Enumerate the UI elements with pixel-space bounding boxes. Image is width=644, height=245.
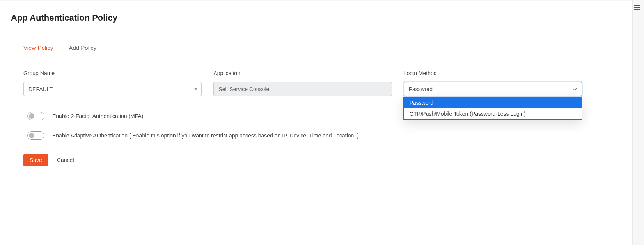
login-method-dropdown: Password OTP/Push/Mobile Token (Password… [403,97,582,120]
login-method-option-otp[interactable]: OTP/Push/Mobile Token (Password-Less Log… [404,108,582,119]
application-label: Application [213,70,392,76]
caret-down-icon [194,88,197,90]
group-name-value: DEFAULT [28,86,53,92]
login-method-label: Login Method [404,70,582,76]
group-name-select[interactable]: DEFAULT [23,82,202,96]
login-method-select[interactable]: Password [404,82,582,96]
login-method-option-password[interactable]: Password [404,97,582,108]
tabs: View Policy Add Policy [11,44,582,55]
save-button[interactable]: Save [23,154,48,166]
application-value: Self Service Console [218,86,269,92]
cancel-button[interactable]: Cancel [57,157,74,163]
group-name-label: Group Name [23,70,202,76]
tab-view-policy[interactable]: View Policy [23,44,53,55]
page-title: App Authentication Policy [11,13,582,30]
tab-add-policy[interactable]: Add Policy [69,44,96,55]
mfa-toggle-label: Enable 2-Factor Authentication (MFA) [52,113,143,119]
login-method-value: Password [409,86,433,92]
chevron-down-icon [573,86,577,90]
mfa-toggle[interactable] [27,112,44,120]
adaptive-auth-toggle[interactable] [27,131,44,140]
application-field: Self Service Console [213,82,392,96]
adaptive-auth-toggle-label: Enable Adaptive Authentication ( Enable … [52,132,359,139]
hamburger-menu-icon[interactable] [634,5,640,10]
